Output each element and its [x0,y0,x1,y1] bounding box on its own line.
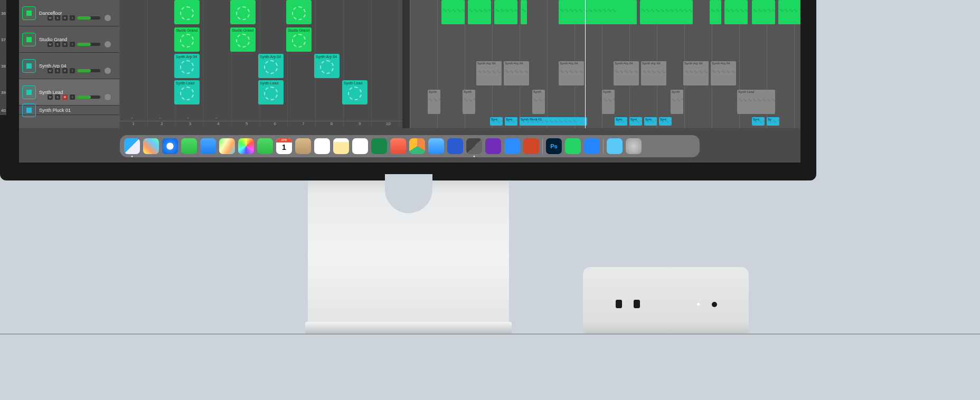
zoom-app-icon[interactable] [504,138,520,154]
audio-region[interactable]: Synth [428,90,440,114]
track-m-button[interactable]: M [48,94,53,100]
track-pan-knob[interactable] [105,15,111,21]
audio-region[interactable]: Synt [505,117,517,126]
chrome-app-icon[interactable] [409,138,425,154]
track-pan-knob[interactable] [105,94,111,100]
shortcuts-app-icon[interactable] [466,138,482,154]
docs-app-icon[interactable] [584,138,600,154]
track-s-button[interactable]: S [55,42,60,47]
audio-region[interactable]: Synth Arp 04 [559,61,584,85]
audio-region[interactable] [710,0,721,24]
photoshop-app-icon[interactable]: Ps [546,138,562,154]
audio-region[interactable]: Synth Arp 04 [641,61,666,85]
audio-region[interactable]: Synth Arp 04 [614,61,639,85]
xcode-app-icon[interactable] [428,138,444,154]
track-header[interactable]: Synth Arp 04 MSRI [19,53,119,79]
track-header[interactable]: Synth Pluck 01 [19,106,119,115]
track-r-button[interactable]: R [62,94,68,100]
downloads-app-icon[interactable] [607,138,623,154]
powerpoint-app-icon[interactable] [523,138,539,154]
audio-region[interactable] [521,0,527,24]
midi-region[interactable]: Synth Arp 04 [174,54,200,78]
audio-region[interactable]: Synt [490,117,503,126]
audio-region[interactable]: Synth Arp 04 [476,61,502,85]
midi-region[interactable] [230,0,256,24]
track-header[interactable]: Synth Lead MSRI [19,79,119,106]
midi-region[interactable] [174,0,200,24]
track-pan-knob[interactable] [105,41,111,47]
trash-app-icon[interactable] [626,138,642,154]
midi-region[interactable]: Synth Lead [174,80,200,104]
audio-region[interactable]: Synth Arp 04 [711,61,736,85]
audio-region[interactable]: Synth [463,90,475,114]
audio-region[interactable]: Synth [532,90,545,114]
audio-region[interactable] [468,0,491,24]
audio-region[interactable] [640,0,693,24]
midi-region[interactable]: Studio Grand [286,27,312,52]
track-volume-slider[interactable] [77,43,100,46]
midi-region[interactable] [286,0,312,24]
word-app-icon[interactable] [447,138,463,154]
track-m-button[interactable]: M [48,68,53,73]
track-r-button[interactable]: R [62,68,68,73]
affinity-app-icon[interactable] [485,138,501,154]
track-i-button[interactable]: I [70,94,75,100]
maps-app-icon[interactable] [219,138,235,154]
midi-region[interactable]: Synth Lead [258,80,284,104]
track-s-button[interactable]: S [55,94,60,100]
audio-region[interactable] [559,0,637,24]
calendar-app-icon[interactable]: APR1 [276,138,292,154]
audio-region[interactable]: Synt [629,117,642,126]
divider[interactable] [402,0,410,128]
safari-app-icon[interactable] [162,138,178,154]
launchpad-app-icon[interactable] [143,138,159,154]
audio-region[interactable]: Synth Pluck 01 [520,117,587,126]
track-r-button[interactable]: R [62,42,68,47]
mail-app-icon[interactable] [200,138,216,154]
track-header[interactable]: Studio Grand MSRI [19,26,119,53]
audio-region[interactable]: Synth Arp 04 [683,61,709,85]
audio-region[interactable]: Sy [767,117,779,126]
audio-region[interactable]: Synth [602,90,615,114]
facetime-app-icon[interactable] [257,138,273,154]
track-number[interactable]: 39 [0,79,6,106]
track-r-button[interactable]: R [62,15,68,21]
audio-region[interactable]: Synt [752,117,765,126]
track-s-button[interactable]: S [55,68,60,73]
track-i-button[interactable]: I [70,15,75,21]
audio-region[interactable]: Synth [671,90,683,114]
messages-app-icon[interactable] [181,138,197,154]
arrange-area-main[interactable]: Synth Arp 04Synth Arp 04Synth Arp 04Synt… [410,0,800,128]
whatsapp-app-icon[interactable] [565,138,581,154]
arrange-area-loops[interactable]: 12345678910 ^Studio GrandStudio GrandStu… [119,0,402,128]
playhead[interactable] [585,0,586,128]
audio-region[interactable] [724,0,748,24]
track-number[interactable]: 40 [0,106,6,115]
finder-app-icon[interactable] [124,138,140,154]
track-volume-slider[interactable] [77,69,100,72]
excel-app-icon[interactable] [371,138,387,154]
midi-region[interactable]: Studio Grand [174,27,200,52]
audio-region[interactable]: Synth Arp 04 [504,61,529,85]
track-number[interactable]: 36 [0,0,6,26]
todoist-app-icon[interactable] [390,138,406,154]
audio-region[interactable] [441,0,465,24]
contacts-app-icon[interactable] [295,138,311,154]
track-i-button[interactable]: I [70,42,75,47]
audio-region[interactable]: Synt [659,117,672,126]
track-i-button[interactable]: I [70,68,75,73]
midi-region[interactable]: Synth Arp 04 [258,54,284,78]
track-m-button[interactable]: M [48,15,53,21]
track-volume-slider[interactable] [77,16,100,20]
reminders-app-icon[interactable] [314,138,330,154]
midi-region[interactable]: Studio Grand [230,27,256,52]
track-s-button[interactable]: S [55,15,60,21]
track-m-button[interactable]: M [48,42,53,47]
track-number[interactable]: 37 [0,26,6,53]
midi-region[interactable]: Synth Arp 04 [314,54,340,78]
midi-region[interactable]: Synth Lead [342,80,368,104]
track-number[interactable]: 38 [0,53,6,79]
photos-app-icon[interactable] [238,138,254,154]
audio-region[interactable]: Synt [615,117,627,126]
audio-region[interactable]: Synth Lead [737,90,775,114]
